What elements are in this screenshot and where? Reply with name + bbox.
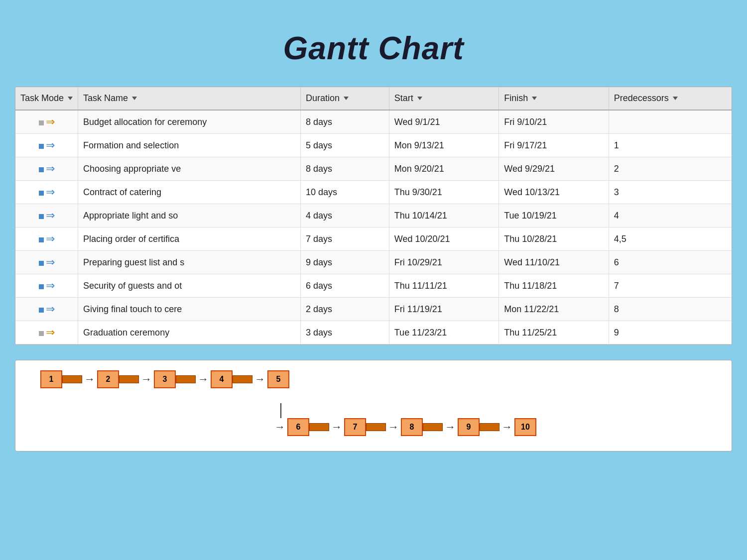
task-duration-cell-7: 6 days: [301, 274, 389, 298]
gantt-box-1: 1: [40, 370, 62, 388]
task-finish-cell-2: Wed 9/29/21: [499, 157, 609, 181]
table-row: ⇒Placing order of certifica7 daysWed 10/…: [15, 227, 732, 251]
gantt-box-4: 4: [211, 370, 233, 388]
gantt-arrow-7-8: →: [388, 421, 399, 434]
task-name-cell-8: Giving final touch to cere: [78, 298, 301, 321]
gantt-arrow-9-10: →: [501, 421, 512, 434]
gantt-arrow-6-7: →: [331, 421, 342, 434]
sort-arrow-task-name: [132, 97, 137, 100]
task-finish-cell-4: Tue 10/19/21: [499, 204, 609, 227]
gantt-table: Task Mode Task Name Duration: [15, 87, 732, 344]
table-row: ⇒Preparing guest list and s9 daysFri 10/…: [15, 251, 732, 274]
gantt-bar-2: [119, 375, 139, 383]
gantt-box-5: 5: [267, 370, 289, 388]
gantt-arrow-2-3: →: [141, 373, 152, 386]
mode-icon-7: ⇒: [46, 279, 55, 292]
table-header-row: Task Mode Task Name Duration: [15, 87, 732, 110]
task-predecessors-cell-8: 8: [609, 298, 732, 321]
task-name-cell-6: Preparing guest list and s: [78, 251, 301, 274]
mode-icon-1: ⇒: [46, 139, 55, 151]
task-mode-cell-7: ⇒: [15, 274, 78, 298]
task-start-cell-9: Tue 11/23/21: [389, 321, 498, 344]
table-row: ⇒Security of guests and ot6 daysThu 11/1…: [15, 274, 732, 298]
col-start[interactable]: Start: [389, 87, 498, 110]
mode-icon-8: ⇒: [46, 303, 55, 315]
mode-box-1: [39, 144, 44, 149]
gantt-vertical-connector: [280, 403, 281, 418]
gantt-bar-6: [309, 423, 329, 431]
gantt-arrow-3-4: →: [198, 373, 209, 386]
task-start-cell-2: Mon 9/20/21: [389, 157, 498, 181]
gantt-bar-7: [366, 423, 386, 431]
gantt-box-3: 3: [154, 370, 176, 388]
mode-box-6: [39, 261, 44, 266]
task-predecessors-cell-0: [609, 110, 732, 134]
task-start-cell-6: Fri 10/29/21: [389, 251, 498, 274]
task-mode-cell-5: ⇒: [15, 227, 78, 251]
task-mode-cell-2: ⇒: [15, 157, 78, 181]
task-mode-cell-8: ⇒: [15, 298, 78, 321]
task-predecessors-cell-9: 9: [609, 321, 732, 344]
mode-icon-3: ⇒: [46, 186, 55, 198]
gantt-bar-1: [62, 375, 82, 383]
col-predecessors[interactable]: Predecessors: [609, 87, 732, 110]
task-finish-cell-6: Wed 11/10/21: [499, 251, 609, 274]
gantt-chart-area: 1 → 2 → 3 → 4 → 5 → 6 →: [15, 360, 732, 451]
task-name-cell-0: Budget allocation for ceremony: [78, 110, 301, 134]
gantt-table-wrapper: Task Mode Task Name Duration: [15, 87, 732, 345]
col-task-mode[interactable]: Task Mode: [15, 87, 78, 110]
task-finish-cell-9: Thu 11/25/21: [499, 321, 609, 344]
gantt-box-10: 10: [514, 418, 536, 436]
task-finish-cell-1: Fri 9/17/21: [499, 134, 609, 157]
table-row: ⇒Contract of catering10 daysThu 9/30/21W…: [15, 181, 732, 204]
page-title: Gantt Chart: [15, 15, 732, 87]
task-name-cell-5: Placing order of certifica: [78, 227, 301, 251]
sort-arrow-predecessors: [673, 97, 678, 100]
task-predecessors-cell-2: 2: [609, 157, 732, 181]
gantt-arrow-8-9: →: [445, 421, 456, 434]
task-start-cell-4: Thu 10/14/21: [389, 204, 498, 227]
gantt-bar-3: [176, 375, 196, 383]
task-predecessors-cell-1: 1: [609, 134, 732, 157]
gantt-arrow-4-5: →: [254, 373, 265, 386]
task-name-cell-4: Appropriate light and so: [78, 204, 301, 227]
sort-arrow-start: [417, 97, 422, 100]
gantt-bar-4: [233, 375, 252, 383]
task-start-cell-8: Fri 11/19/21: [389, 298, 498, 321]
task-name-cell-1: Formation and selection: [78, 134, 301, 157]
mode-box-4: [39, 214, 44, 219]
task-predecessors-cell-3: 3: [609, 181, 732, 204]
col-finish[interactable]: Finish: [499, 87, 609, 110]
mode-icon-0: ⇒: [46, 115, 55, 128]
task-mode-cell-1: ⇒: [15, 134, 78, 157]
task-mode-cell-9: ⇒: [15, 321, 78, 344]
mode-icon-2: ⇒: [46, 162, 55, 175]
task-predecessors-cell-6: 6: [609, 251, 732, 274]
mode-icon-5: ⇒: [46, 232, 55, 245]
mode-icon-4: ⇒: [46, 209, 55, 222]
task-start-cell-1: Mon 9/13/21: [389, 134, 498, 157]
gantt-arrow-1-2: →: [84, 373, 95, 386]
task-mode-cell-3: ⇒: [15, 181, 78, 204]
task-finish-cell-7: Thu 11/18/21: [499, 274, 609, 298]
gantt-box-8: 8: [401, 418, 423, 436]
mode-box-3: [39, 191, 44, 196]
mode-box-8: [39, 308, 44, 313]
gantt-bar-8: [423, 423, 443, 431]
page-container: Gantt Chart Task Mode Task Name: [15, 15, 732, 451]
task-finish-cell-0: Fri 9/10/21: [499, 110, 609, 134]
mode-box-0: [39, 120, 44, 125]
task-mode-cell-4: ⇒: [15, 204, 78, 227]
task-duration-cell-0: 8 days: [301, 110, 389, 134]
mode-box-5: [39, 237, 44, 242]
table-row: ⇒Giving final touch to cere2 daysFri 11/…: [15, 298, 732, 321]
task-duration-cell-2: 8 days: [301, 157, 389, 181]
task-predecessors-cell-7: 7: [609, 274, 732, 298]
col-task-name[interactable]: Task Name: [78, 87, 301, 110]
task-predecessors-cell-5: 4,5: [609, 227, 732, 251]
mode-icon-9: ⇒: [46, 326, 55, 338]
task-start-cell-3: Thu 9/30/21: [389, 181, 498, 204]
col-duration[interactable]: Duration: [301, 87, 389, 110]
sort-arrow-duration: [344, 97, 349, 100]
sort-arrow-task-mode: [68, 97, 73, 100]
